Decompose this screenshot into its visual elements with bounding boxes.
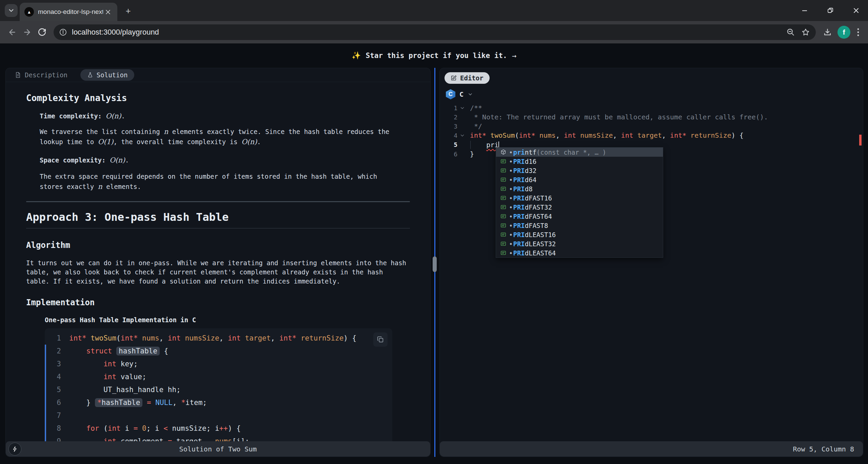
editor-line[interactable]: 4int* twoSum(int* nums, int numsSize, in… [440,131,863,140]
code-token: , [159,334,168,342]
new-tab-button[interactable]: + [123,5,134,16]
code-token [686,131,690,139]
code-token: int* [519,131,535,139]
suggestion-item[interactable]: •PRIdLEAST64 [496,248,663,257]
code-token: int [168,334,181,342]
browser-tab[interactable]: ▲ monaco-editor-lsp-next [20,3,117,21]
suggestion-bullet: • [509,249,513,257]
address-bar[interactable]: localhost:3000/playground [54,24,816,40]
code-token: value; [116,373,146,381]
code-token: int [103,373,116,381]
suggestion-item[interactable]: •PRId8 [496,184,663,193]
bookmark-button[interactable] [798,25,813,40]
back-icon [8,28,17,37]
downloads-button[interactable] [820,25,835,40]
editor-line[interactable]: 1/** [440,103,863,113]
code-token: nums [539,131,556,139]
language-selector[interactable]: C C [446,89,863,99]
text-segment: . [257,138,261,146]
text-suggestion-icon [500,240,507,247]
forward-button[interactable] [20,25,35,40]
suggestion-match: PRI [513,231,525,238]
code-token: key; [116,360,138,368]
tab-search-button[interactable] [5,4,18,17]
copy-code-button[interactable] [373,332,388,347]
math-expression: O(n) [110,156,125,164]
suggestion-item[interactable]: •PRIdLEAST16 [496,230,663,239]
suggestion-bullet: • [509,158,513,165]
gutter-fold[interactable] [457,131,467,140]
suggestion-item[interactable]: •PRId16 [496,157,663,166]
code-token: ( [515,131,519,139]
editor-line[interactable]: 2 * Note: The returned array must be mal… [440,113,863,122]
suggestion-item[interactable]: •PRIdLEAST32 [496,239,663,248]
close-window-button[interactable] [849,3,863,18]
code-token: numsSize [185,334,219,342]
fold-chevron-icon[interactable] [460,106,465,110]
star-project-banner[interactable]: ✨ Star this project if you like it. → [0,43,868,68]
code-token: , [271,334,279,342]
tab-solution[interactable]: Solution [80,69,135,81]
code-block: 1int* twoSum(int* nums, int numsSize, in… [45,328,392,441]
suggestion-bullet: • [509,240,513,248]
suggestion-bullet: • [509,194,513,202]
suggestion-bullet: • [509,167,513,174]
zoom-indicator-button[interactable] [783,25,798,40]
text-suggestion-icon [500,222,507,229]
suggestion-item[interactable]: •PRId32 [496,166,663,175]
code-token [142,399,147,407]
browser-menu-button[interactable] [853,25,863,40]
code-token: , [613,131,621,139]
tab-close-icon[interactable] [103,7,113,17]
tab-editor[interactable]: Editor [445,72,490,84]
code-token: , [662,131,670,139]
code-token: int [621,131,633,139]
profile-avatar[interactable]: f [837,26,850,39]
code-token: hashTable [119,347,157,355]
code-token: nums [215,437,232,441]
solution-content: Complexity Analysis Time complexity: O(n… [6,82,430,441]
suggestion-item[interactable]: •PRIdFAST8 [496,221,663,230]
panel-divider-handle[interactable] [433,256,437,272]
code-token: } [69,399,95,407]
tab-favicon-icon: ▲ [24,7,34,17]
gutter-fold[interactable] [457,103,467,113]
math-expression: n [98,182,102,191]
suggestion-label: d8 [525,185,533,193]
suggestion-match: PRI [513,249,525,257]
gutter-fold [457,150,467,159]
suggestion-item[interactable]: •printf(const char *, … ) [496,148,663,157]
suggestion-label: dFAST8 [525,222,548,229]
suggestion-item[interactable]: •PRIdFAST32 [496,202,663,212]
banner-text: Star this project if you like it. [366,52,507,60]
reload-button[interactable] [35,25,50,40]
solution-panel: Description Solution Complexity Analysis… [5,68,431,457]
code-token [576,131,580,139]
code-text: for (int i = 0; i < numsSize; i++) { [69,422,241,435]
code-token [69,360,103,368]
edit-pencil-icon [451,75,457,81]
restore-button[interactable] [823,3,837,18]
back-button[interactable] [5,25,20,40]
code-text: int key; [69,357,138,370]
code-text: UT_hash_handle hh; [69,383,181,396]
editor-panel: Editor C C 1/**2 * Note: The returned ar… [439,68,863,457]
tab-description[interactable]: Description [15,71,67,79]
suggestion-item[interactable]: •PRId64 [496,175,663,184]
line-number: 9 [46,435,61,441]
tab-title: monaco-editor-lsp-next [38,8,103,16]
suggestion-item[interactable]: •PRIdFAST16 [496,193,663,202]
suggestion-label: ntf [525,149,536,156]
text-icon-wrap [498,231,508,238]
editor-line[interactable]: 3 */ [440,122,863,131]
site-info-icon[interactable] [59,28,67,36]
text-segment: . [121,112,125,120]
url-text[interactable]: localhost:3000/playground [72,28,783,37]
code-token [69,347,86,355]
suggestion-item[interactable]: •PRIdFAST64 [496,212,663,221]
code-text: int complement = target - nums[i]; [69,435,249,441]
suggestion-detail: (const char *, … ) [536,149,606,156]
minimize-button[interactable] [797,3,812,18]
fold-chevron-icon[interactable] [460,133,465,138]
code-token: - [206,437,211,441]
